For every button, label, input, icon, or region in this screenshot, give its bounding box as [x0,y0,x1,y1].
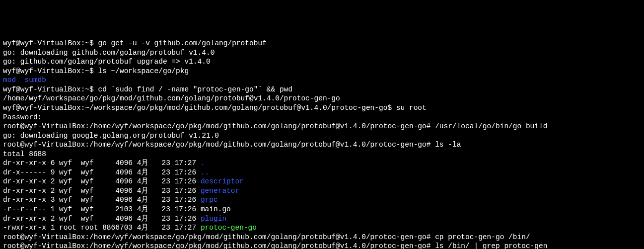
line-cmd-su-root: wyf@wyf-VirtualBox:~/workspace/go/pkg/mo… [3,103,641,113]
ls-row-meta: dr-xr-xr-x 2 wyf wyf 4096 4月 23 17:26 [3,215,201,223]
ls-row-name: protoc-gen-go [201,224,257,232]
command: ls -la [435,141,461,149]
ls-row-name: grpc [201,196,218,204]
ls-row-meta: -r--r--r-- 1 wyf wyf 2103 4月 23 17:26 [3,205,201,213]
prompt: root@wyf-VirtualBox:/home/wyf/workspace/… [3,141,435,149]
total-text: total 8688 [3,150,46,158]
ls-row-name: descriptor [201,177,244,185]
command: su root [396,104,427,112]
ls-row-meta: -rwxr-xr-x 1 root root 8866703 4月 23 17:… [3,224,201,232]
ls-row-meta: dr-xr-xr-x 6 wyf wyf 4096 4月 23 17:27 [3,159,201,167]
ls-row: dr-x------ 9 wyf wyf 4096 4月 23 17:26 .. [3,168,641,177]
ls-row-name: .. [201,168,209,176]
ls-row-meta: dr-xr-xr-x 2 wyf wyf 4096 4月 23 17:26 [3,187,201,195]
command: go get -u -v github.com/golang/protobuf [98,39,266,47]
line-total: total 8688 [3,150,641,159]
line-output: go: downloading google.golang.org/protob… [3,131,641,141]
ls-row-meta: dr-xr-xr-x 2 wyf wyf 4096 4月 23 17:26 [3,177,201,185]
prompt: root@wyf-VirtualBox:/home/wyf/workspace/… [3,242,435,249]
command: ls ~/workspace/go/pkg [98,67,189,75]
command: ls /bin/ | grep protoc-gen [435,242,547,249]
line-cmd-ls-la: root@wyf-VirtualBox:/home/wyf/workspace/… [3,140,641,150]
prompt: root@wyf-VirtualBox:/home/wyf/workspace/… [3,233,435,241]
ls-row-name: generator [201,187,239,195]
ls-row-meta: dr-xr-xr-x 3 wyf wyf 4096 4月 23 17:26 [3,196,201,204]
ls-row: -rwxr-xr-x 1 root root 8866703 4月 23 17:… [3,223,641,233]
ls-row: -r--r--r-- 1 wyf wyf 2103 4月 23 17:26 ma… [3,205,641,214]
prompt: wyf@wyf-VirtualBox:~/workspace/go/pkg/mo… [3,104,396,112]
command: cp protoc-gen-go /bin/ [435,233,530,241]
line-output: go: downloading github.com/golang/protob… [3,48,641,58]
output-text: go: downloading github.com/golang/protob… [3,49,215,57]
ls-row: dr-xr-xr-x 2 wyf wyf 4096 4月 23 17:26 de… [3,177,641,186]
ls-row: dr-xr-xr-x 2 wyf wyf 4096 4月 23 17:26 pl… [3,214,641,224]
line-output: go: github.com/golang/protobuf upgrade =… [3,57,641,67]
spacer [16,76,24,84]
prompt: wyf@wyf-VirtualBox:~$ [3,39,98,47]
ls-row-name: . [201,159,205,167]
prompt: root@wyf-VirtualBox:/home/wyf/workspace/… [3,122,435,130]
ls-row-meta: dr-x------ 9 wyf wyf 4096 4月 23 17:26 [3,168,201,176]
pwd-output: /home/wyf/workspace/go/pkg/mod/github.co… [3,94,340,102]
line-cmd-ls-pkg: wyf@wyf-VirtualBox:~$ ls ~/workspace/go/… [3,67,641,76]
ls-row-name: plugin [201,215,226,223]
dir-mod: mod [3,76,16,84]
ls-row: dr-xr-xr-x 6 wyf wyf 4096 4月 23 17:27 . [3,159,641,168]
prompt: wyf@wyf-VirtualBox:~$ [3,85,98,93]
line-cmd-go-get: wyf@wyf-VirtualBox:~$ go get -u -v githu… [3,39,641,48]
line-cmd-cd-find: wyf@wyf-VirtualBox:~$ cd `sudo find / -n… [3,85,641,94]
prompt: wyf@wyf-VirtualBox:~$ [3,67,98,75]
line-password-prompt: Password: [3,113,641,122]
command: cd `sudo find / -name "protoc-gen-go"` &… [98,85,292,93]
dir-sumdb: sumdb [25,76,47,84]
line-cmd-go-build: root@wyf-VirtualBox:/home/wyf/workspace/… [3,122,641,131]
line-ls-output: mod sumdb [3,76,641,85]
command: /usr/local/go/bin/go build [435,122,547,130]
output-text: go: downloading google.golang.org/protob… [3,132,219,140]
output-text: go: github.com/golang/protobuf upgrade =… [3,58,211,66]
line-cmd-ls-grep: root@wyf-VirtualBox:/home/wyf/workspace/… [3,242,641,249]
line-cmd-cp: root@wyf-VirtualBox:/home/wyf/workspace/… [3,233,641,242]
ls-row: dr-xr-xr-x 3 wyf wyf 4096 4月 23 17:26 gr… [3,195,641,205]
password-label: Password: [3,113,42,121]
line-output: /home/wyf/workspace/go/pkg/mod/github.co… [3,94,641,103]
ls-row: dr-xr-xr-x 2 wyf wyf 4096 4月 23 17:26 ge… [3,186,641,196]
ls-row-name: main.go [201,205,231,213]
terminal[interactable]: wyf@wyf-VirtualBox:~$ go get -u -v githu… [3,39,641,249]
